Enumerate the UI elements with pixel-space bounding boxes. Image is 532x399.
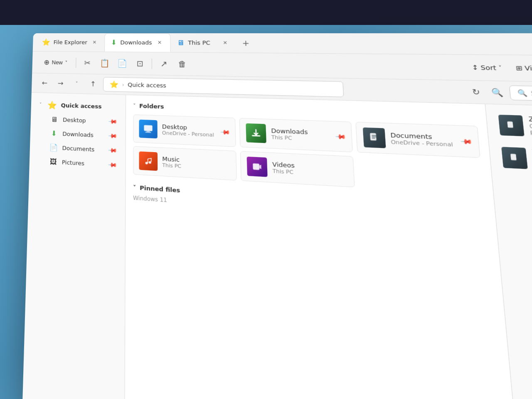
sort-label: Sort xyxy=(480,64,497,72)
sidebar: ˅ ⭐ Quick access 🖥 Desktop 📌 ⬇ Downloads xyxy=(22,93,126,399)
forward-icon: → xyxy=(58,79,64,87)
file-2-icon xyxy=(501,147,528,169)
documents-icon: 📄 xyxy=(49,143,58,152)
downloads-pin-icon: 📌 xyxy=(108,131,118,141)
sidebar-downloads-label: Downloads xyxy=(62,131,94,138)
address-bar-path: Quick access xyxy=(128,81,166,89)
file-1-icon xyxy=(498,115,525,136)
desktop-icon: 🖥 xyxy=(50,115,59,124)
content-area: ˅ ⭐ Quick access 🖥 Desktop 📌 ⬇ Downloads xyxy=(22,93,532,399)
file-entry-2[interactable]: Zac Bowden's One... OneDrive - Personal … xyxy=(496,143,532,179)
svg-rect-0 xyxy=(144,125,152,131)
folder-videos-info: Videos This PC xyxy=(272,161,295,176)
sidebar-quick-access-header[interactable]: ˅ ⭐ Quick access xyxy=(32,97,123,114)
tab-downloads[interactable]: ⬇ Downloads ✕ xyxy=(104,33,171,52)
view-button[interactable]: ⊞ View ˅ xyxy=(509,61,532,75)
view-label: View xyxy=(524,64,532,72)
folder-documents[interactable]: Documents OneDrive - Personal 📌 xyxy=(355,122,480,158)
back-icon: ← xyxy=(42,79,47,87)
folder-music-icon xyxy=(139,151,158,171)
new-button-label: New xyxy=(52,59,63,66)
pinned-chevron-icon: ˅ xyxy=(133,184,136,191)
sidebar-desktop-label: Desktop xyxy=(63,116,86,124)
address-bar[interactable]: ⭐ › Quick access xyxy=(103,77,344,97)
sort-button[interactable]: ↕ Sort ˅ xyxy=(466,61,508,75)
folder-downloads-location: This PC xyxy=(271,134,308,142)
tab-this-pc[interactable]: 🖥 This PC ✕ xyxy=(170,33,236,53)
delete-button[interactable]: 🗑 xyxy=(174,56,191,72)
folders-grid: Desktop OneDrive - Personal 📌 xyxy=(133,114,484,195)
desktop-pin-icon: 📌 xyxy=(108,117,118,127)
sort-icon: ↕ xyxy=(472,64,479,71)
folders-chevron-icon: ˅ xyxy=(133,103,135,108)
folder-downloads-pin: 📌 xyxy=(335,131,346,142)
search-box-placeholder: Search Qu... xyxy=(530,90,532,98)
quick-access-star-icon: ⭐ xyxy=(47,100,57,109)
dropdown-button[interactable]: ˅ xyxy=(70,77,83,90)
svg-rect-1 xyxy=(146,131,150,132)
folder-documents-info: Documents OneDrive - Personal xyxy=(390,131,453,148)
up-button[interactable]: ↑ xyxy=(86,77,100,91)
tab-downloads-icon: ⬇ xyxy=(111,38,117,47)
tab-downloads-label: Downloads xyxy=(120,39,152,46)
pinned-files-label: Pinned files xyxy=(140,184,180,194)
folder-downloads[interactable]: Downloads This PC 📌 xyxy=(239,118,353,153)
explorer-window: ⭐ File Explorer ✕ ⬇ Downloads ✕ 🖥 This P… xyxy=(22,33,532,399)
tab-downloads-close[interactable]: ✕ xyxy=(155,39,164,47)
nav-right: ↻ 🔍 🔍 Search Qu... xyxy=(467,84,532,103)
folder-music[interactable]: Music This PC xyxy=(133,146,237,180)
share-button[interactable]: ↗ xyxy=(156,56,172,72)
tab-file-explorer-close[interactable]: ✕ xyxy=(91,39,99,46)
folder-documents-icon xyxy=(362,128,386,148)
file-entry-1[interactable]: Zac Bowden's One... OneDrive - Personal … xyxy=(493,111,532,145)
folder-music-info: Music This PC xyxy=(162,155,181,170)
top-bar xyxy=(0,0,532,25)
folder-desktop-info: Desktop OneDrive - Personal xyxy=(162,123,214,138)
sidebar-quick-access-chevron: ˅ xyxy=(39,102,42,107)
search-icon: 🔍 xyxy=(491,88,504,98)
sidebar-indent xyxy=(38,147,45,147)
sidebar-quick-access-section: ˅ ⭐ Quick access 🖥 Desktop 📌 ⬇ Downloads xyxy=(29,96,126,174)
folder-desktop[interactable]: Desktop OneDrive - Personal 📌 xyxy=(133,114,236,147)
refresh-icon: ↻ xyxy=(472,87,480,97)
tab-file-explorer[interactable]: ⭐ File Explorer ✕ xyxy=(36,33,105,52)
new-button-chevron: ˅ xyxy=(65,60,67,65)
toolbar-right: ↕ Sort ˅ ⊞ View ˅ ⚗ Filter ˅ ··· xyxy=(466,59,532,79)
documents-pin-icon: 📌 xyxy=(108,145,118,155)
new-button-plus-icon: ⊕ xyxy=(44,58,49,66)
forward-button[interactable]: → xyxy=(54,77,67,90)
copy-button[interactable]: 📋 xyxy=(97,55,113,71)
back-button[interactable]: ← xyxy=(38,76,51,89)
rename-button[interactable]: ⊡ xyxy=(132,55,148,71)
new-tab-button[interactable]: + xyxy=(238,36,254,50)
folder-videos-location: This PC xyxy=(273,168,295,175)
sidebar-indent xyxy=(39,133,45,133)
folders-section-label: Folders xyxy=(139,103,164,110)
sidebar-indent xyxy=(38,161,44,161)
tab-this-pc-close[interactable]: ✕ xyxy=(221,39,229,47)
search-box-icon: 🔍 xyxy=(517,89,527,97)
sort-chevron: ˅ xyxy=(498,65,502,71)
svg-rect-6 xyxy=(253,163,260,170)
pictures-icon: 🖼 xyxy=(49,157,58,166)
file-1-subtitle: OneDrive - Personal xyxy=(529,123,532,138)
dropdown-icon: ˅ xyxy=(76,81,78,86)
svg-point-4 xyxy=(145,162,148,164)
search-box[interactable]: 🔍 Search Qu... xyxy=(509,85,532,103)
svg-point-5 xyxy=(149,161,151,164)
sidebar-documents-label: Documents xyxy=(62,145,94,153)
sidebar-pictures-label: Pictures xyxy=(62,159,84,167)
new-button[interactable]: ⊕ New ˅ xyxy=(39,56,72,69)
cut-button[interactable]: ✂ xyxy=(79,55,95,71)
svg-rect-8 xyxy=(510,154,517,160)
paste-button[interactable]: 📄 xyxy=(114,55,130,71)
up-icon: ↑ xyxy=(90,80,96,88)
tab-file-explorer-icon: ⭐ xyxy=(42,38,50,46)
folder-desktop-pin: 📌 xyxy=(220,127,231,137)
tab-this-pc-label: This PC xyxy=(188,39,210,46)
nav-search-button[interactable]: 🔍 xyxy=(488,85,507,101)
address-bar-chevron-icon: › xyxy=(122,81,124,88)
folder-videos[interactable]: Videos This PC xyxy=(240,151,355,187)
refresh-button[interactable]: ↻ xyxy=(467,84,485,100)
svg-rect-7 xyxy=(507,121,513,128)
